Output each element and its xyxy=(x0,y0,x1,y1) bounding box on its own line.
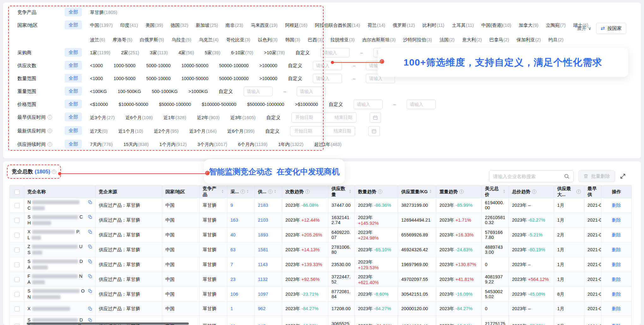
filter-option[interactable]: 以色列(3) xyxy=(258,37,277,43)
filter-option[interactable]: 近2年(903) xyxy=(197,115,220,121)
cell-buyers[interactable]: 106 xyxy=(227,287,255,302)
filter-option[interactable]: >10家(78) xyxy=(264,50,285,56)
delete-link[interactable]: 删除 xyxy=(612,262,621,267)
custom-min-input[interactable] xyxy=(320,48,349,57)
cell-buyers[interactable]: 163 xyxy=(227,213,255,228)
custom-option[interactable]: 自定义 xyxy=(329,102,343,107)
copy-icon[interactable] xyxy=(88,318,92,322)
delete-link[interactable]: 删除 xyxy=(612,323,621,325)
filter-option[interactable]: 摩洛哥(5) xyxy=(113,37,132,43)
filter-option[interactable]: 草甘膦(1805) xyxy=(90,9,117,15)
filter-option[interactable]: 1000-5000 xyxy=(114,63,135,68)
sort-icon[interactable]: ▲▼ xyxy=(503,189,505,194)
filter-option[interactable]: 2家(251) xyxy=(121,50,139,56)
row-checkbox[interactable] xyxy=(15,262,20,267)
cell-buyers[interactable]: 9 xyxy=(227,198,255,213)
filter-option[interactable]: 7天内(776) xyxy=(90,142,113,148)
filter-all-chip[interactable]: 全部 xyxy=(65,20,82,29)
filter-option[interactable]: 近6个月(108) xyxy=(125,115,152,121)
filter-option[interactable]: 新加坡(25) xyxy=(196,22,218,28)
filter-option[interactable]: 近2个月(95) xyxy=(154,128,178,134)
filter-all-chip[interactable]: 全部 xyxy=(65,113,82,121)
sort-icon[interactable]: ▲▼ xyxy=(429,189,432,194)
filter-option[interactable]: 5000-10000 xyxy=(146,76,170,81)
info-icon[interactable]: i xyxy=(52,170,56,174)
filter-option[interactable]: 100-500KG xyxy=(118,89,141,94)
delete-link[interactable]: 删除 xyxy=(612,277,621,282)
filter-option[interactable]: 阿拉伯联合酋长国(14) xyxy=(315,22,360,28)
sort-icon[interactable]: ▲▼ xyxy=(221,189,224,194)
cell-supplies[interactable]: 1132 xyxy=(255,272,282,287)
delete-link[interactable]: 删除 xyxy=(612,232,621,237)
custom-option[interactable]: 自定义 xyxy=(295,50,310,56)
cell-supplies[interactable]: 2103 xyxy=(255,213,282,228)
by-country-button[interactable]: ⇄按国家 xyxy=(596,23,626,34)
cell-supplies[interactable]: 1893 xyxy=(255,228,282,242)
filter-option[interactable]: 近6个月(399) xyxy=(227,128,254,134)
filter-option[interactable]: 俄罗斯(12) xyxy=(393,22,415,28)
filter-option[interactable]: <100KG xyxy=(90,89,107,94)
filter-option[interactable]: 5家(39) xyxy=(205,50,220,56)
filter-option[interactable]: 法国(2) xyxy=(439,37,455,43)
custom-min-input[interactable] xyxy=(354,100,383,109)
filter-option[interactable]: 乌克兰(4) xyxy=(199,37,218,43)
copy-icon[interactable] xyxy=(88,274,92,278)
row-checkbox[interactable] xyxy=(15,203,20,208)
cell-buyers[interactable]: 1 xyxy=(227,302,255,316)
filter-option[interactable]: 近3年(1605) xyxy=(230,115,256,121)
filter-option[interactable]: 近1年(328) xyxy=(164,115,186,121)
calendar-button[interactable] xyxy=(368,126,380,136)
custom-min-input[interactable] xyxy=(313,74,342,83)
filter-option[interactable]: <1000 xyxy=(90,76,103,81)
select-all-checkbox[interactable] xyxy=(15,189,20,194)
filter-all-chip[interactable]: 全部 xyxy=(65,87,82,96)
delete-link[interactable]: 删除 xyxy=(612,247,621,252)
row-checkbox[interactable] xyxy=(15,324,20,325)
copy-icon[interactable] xyxy=(88,289,92,293)
filter-all-chip[interactable]: 全部 xyxy=(65,140,82,148)
col-header-14[interactable]: 最早供 xyxy=(584,186,601,198)
custom-option[interactable]: 自定义 xyxy=(288,63,302,69)
row-checkbox[interactable] xyxy=(15,218,20,223)
filter-option[interactable]: 马来西亚(19) xyxy=(251,22,277,28)
filter-option[interactable]: 哥伦比亚(3) xyxy=(226,37,250,43)
filter-option[interactable]: <1000 xyxy=(90,63,103,68)
filter-option[interactable]: $100000-500000 xyxy=(202,102,236,107)
copy-icon[interactable] xyxy=(88,259,92,264)
delete-link[interactable]: 删除 xyxy=(612,292,621,297)
cell-supplies[interactable]: 1581 xyxy=(255,242,282,257)
filter-all-chip[interactable]: 全部 xyxy=(65,61,82,70)
filter-option[interactable]: 超过1年(483) xyxy=(314,142,341,148)
info-icon[interactable]: i xyxy=(268,189,272,194)
expand-toggle[interactable]: 展开∨ xyxy=(577,26,592,32)
filter-option[interactable]: 土耳其(11) xyxy=(452,22,474,28)
delete-link[interactable]: 删除 xyxy=(612,218,621,223)
col-header-10[interactable]: 重量趋势i xyxy=(436,186,482,198)
filter-option[interactable]: 15天内(838) xyxy=(123,142,149,148)
cell-buyers[interactable]: 63 xyxy=(227,242,255,257)
filter-option[interactable]: 沙特阿拉伯(3) xyxy=(403,37,432,43)
filter-all-chip[interactable]: 全部 xyxy=(65,100,82,108)
filter-all-chip[interactable]: 全部 xyxy=(65,8,82,16)
filter-option[interactable]: 1个月内(912) xyxy=(159,142,187,148)
cell-buyers[interactable]: 82 xyxy=(227,316,255,325)
filter-option[interactable]: 韩国(3) xyxy=(285,37,300,43)
filter-option[interactable]: 吉尔吉斯斯坦(3) xyxy=(362,37,396,43)
info-icon[interactable]: i xyxy=(241,189,245,194)
col-header-0[interactable]: 竞企名称 xyxy=(24,186,96,198)
cell-supplies[interactable]: 1097 xyxy=(255,287,282,302)
filter-option[interactable]: 阿根廷(16) xyxy=(285,22,307,28)
col-header-8[interactable]: 数量趋势i xyxy=(355,186,398,198)
delete-link[interactable]: 删除 xyxy=(612,306,621,311)
filter-option[interactable]: 近7天(0) xyxy=(90,128,108,134)
filter-option[interactable]: 6-10家(70) xyxy=(231,50,253,56)
cell-supplies[interactable]: 847 xyxy=(255,316,282,325)
custom-min-input[interactable] xyxy=(244,87,273,96)
custom-max-input[interactable] xyxy=(297,87,326,96)
col-header-7[interactable]: 供应数量▲▼ xyxy=(328,186,355,198)
row-checkbox[interactable] xyxy=(15,277,20,282)
filter-option[interactable]: $10000-50000 xyxy=(119,102,148,107)
custom-option[interactable]: 自定义 xyxy=(288,76,302,82)
custom-option[interactable]: 自定义 xyxy=(265,128,279,134)
filter-option[interactable]: 中国(1397) xyxy=(90,22,113,28)
